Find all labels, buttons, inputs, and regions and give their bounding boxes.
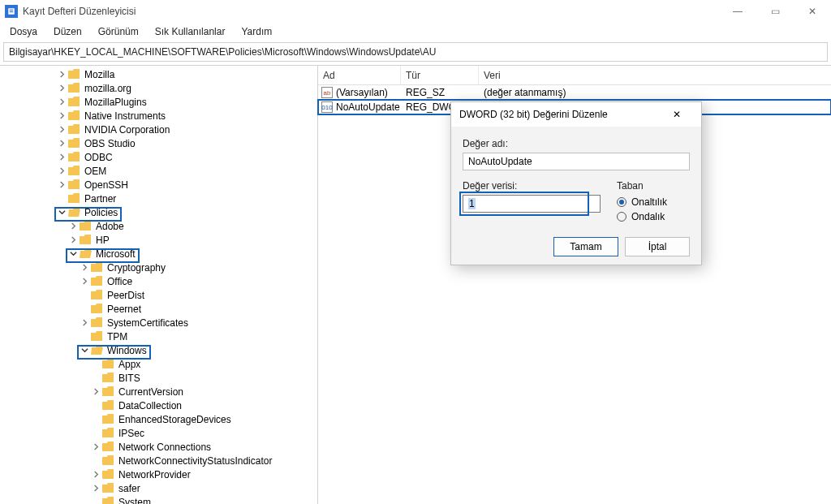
window-title: Kayıt Defteri Düzenleyicisi bbox=[23, 6, 136, 17]
close-button[interactable]: ✕ bbox=[794, 0, 831, 23]
address-bar[interactable]: Bilgisayar\HKEY_LOCAL_MACHINE\SOFTWARE\P… bbox=[3, 42, 828, 62]
menu-view[interactable]: Görünüm bbox=[92, 24, 145, 39]
minimize-button[interactable]: ― bbox=[719, 0, 756, 23]
maximize-button[interactable]: ▭ bbox=[756, 0, 794, 23]
svg-rect-2 bbox=[10, 10, 14, 11]
menu-help[interactable]: Yardım bbox=[235, 24, 278, 39]
menu-favorites[interactable]: Sık Kullanılanlar bbox=[149, 24, 232, 39]
menu-edit[interactable]: Düzen bbox=[47, 24, 88, 39]
app-icon bbox=[5, 5, 18, 18]
svg-rect-3 bbox=[10, 11, 14, 12]
address-text: Bilgisayar\HKEY_LOCAL_MACHINE\SOFTWARE\P… bbox=[9, 46, 436, 58]
menu-bar: Dosya Düzen Görünüm Sık Kullanılanlar Ya… bbox=[0, 23, 831, 41]
menu-file[interactable]: Dosya bbox=[3, 24, 44, 39]
